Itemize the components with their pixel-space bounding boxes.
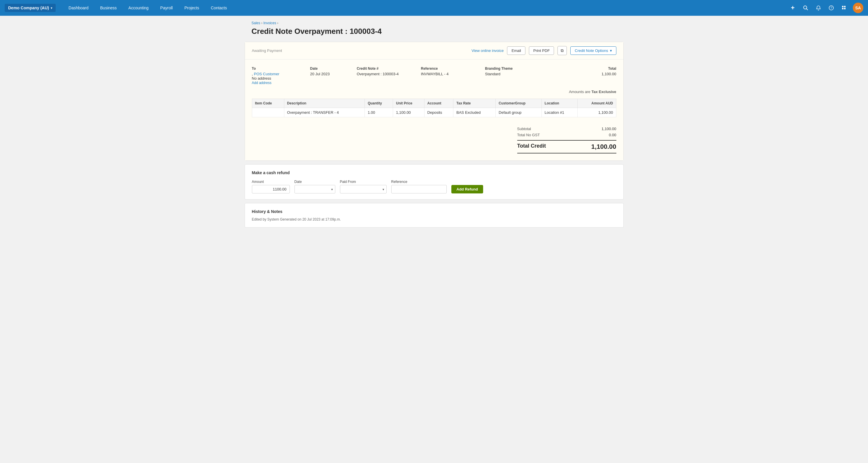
col-unit-price: Unit Price xyxy=(393,99,424,108)
status-bar: Awaiting Payment View online invoice Ema… xyxy=(245,42,623,59)
reference-label: Reference xyxy=(391,180,447,184)
subtotal-row: Subtotal 1,100.00 xyxy=(517,126,616,131)
nav-payroll[interactable]: Payroll xyxy=(155,0,179,16)
add-refund-button[interactable]: Add Refund xyxy=(451,185,484,194)
add-icon[interactable]: + xyxy=(789,4,797,12)
date-select[interactable] xyxy=(294,185,335,194)
to-label: To xyxy=(252,66,310,70)
date-group: Date ▾ xyxy=(294,180,335,194)
col-account: Account xyxy=(424,99,454,108)
company-name: Demo Company (AU) xyxy=(8,5,49,10)
no-gst-row: Total No GST 0.00 xyxy=(517,133,616,137)
customer-link[interactable]: POS Customer xyxy=(254,72,279,76)
breadcrumb-sales[interactable]: Sales xyxy=(252,21,260,25)
table-cell: Default group xyxy=(496,108,541,117)
paid-from-label: Paid From xyxy=(340,180,386,184)
search-icon[interactable] xyxy=(802,4,810,12)
table-header: Item Code Description Quantity Unit Pric… xyxy=(252,99,616,108)
email-button[interactable]: Email xyxy=(507,47,525,55)
branding-col: Branding Theme Standard xyxy=(485,66,601,85)
nav-business[interactable]: Business xyxy=(94,0,123,16)
refund-title: Make a cash refund xyxy=(252,170,616,175)
amount-input[interactable] xyxy=(252,185,290,194)
date-label: Date xyxy=(310,66,357,70)
print-pdf-button[interactable]: Print PDF xyxy=(529,47,554,55)
svg-rect-4 xyxy=(842,6,843,7)
total-label: Total xyxy=(601,66,616,70)
nav-right: + ? SA xyxy=(789,3,863,13)
col-tax-rate: Tax Rate xyxy=(454,99,496,108)
svg-line-1 xyxy=(806,9,808,10)
breadcrumb-sep1: › xyxy=(261,21,262,25)
branding-label: Branding Theme xyxy=(485,66,601,70)
svg-rect-6 xyxy=(842,8,843,9)
table-body: Overpayment : TRANSFER - 41.001,100.00De… xyxy=(252,108,616,117)
date-value: 20 Jul 2023 xyxy=(310,72,357,76)
nav-links: Dashboard Business Accounting Payroll Pr… xyxy=(63,0,789,16)
paid-from-group: Paid From ▾ xyxy=(340,180,386,194)
totals-section: Subtotal 1,100.00 Total No GST 0.00 Tota… xyxy=(245,122,623,161)
avatar[interactable]: SA xyxy=(853,3,863,13)
refund-form: Amount Date ▾ Paid From ▾ Reference xyxy=(252,180,616,194)
status-label: Awaiting Payment xyxy=(252,49,468,53)
total-credit-row: Total Credit 1,100.00 xyxy=(517,140,616,153)
credit-note-options-button[interactable]: Credit Note Options ▾ xyxy=(570,47,616,55)
table-cell: 1.00 xyxy=(365,108,393,117)
total-credit-label: Total Credit xyxy=(517,143,581,150)
total-credit-value: 1,100.00 xyxy=(581,143,616,150)
col-item-code: Item Code xyxy=(252,99,284,108)
add-address-link[interactable]: Add address xyxy=(252,81,272,85)
paid-from-select[interactable] xyxy=(340,185,386,194)
company-selector[interactable]: Demo Company (AU) ▾ xyxy=(5,4,56,12)
history-note: Edited by System Generated on 20 Jul 202… xyxy=(252,218,616,222)
amounts-note: Amounts are Tax Exclusive xyxy=(252,90,616,96)
credit-note-num-col: Credit Note # Overpayment : 100003-4 xyxy=(357,66,421,85)
invoice-details: To , POS Customer No address Add address… xyxy=(245,59,623,122)
view-online-invoice-button[interactable]: View online invoice xyxy=(471,49,503,53)
table-cell: BAS Excluded xyxy=(454,108,496,117)
history-title: History & Notes xyxy=(252,209,616,214)
bell-icon[interactable] xyxy=(814,4,823,12)
table-cell: Deposits xyxy=(424,108,454,117)
subtotal-value: 1,100.00 xyxy=(587,126,616,131)
history-card: History & Notes Edited by System Generat… xyxy=(245,203,624,228)
no-gst-label: Total No GST xyxy=(517,133,587,137)
amount-label: Amount xyxy=(252,180,290,184)
invoice-card: Awaiting Payment View online invoice Ema… xyxy=(245,42,624,161)
date-select-wrapper: ▾ xyxy=(294,185,335,194)
reference-col: Reference INVWAYBILL - 4 xyxy=(421,66,485,85)
table-cell: Overpayment : TRANSFER - 4 xyxy=(284,108,365,117)
nav-projects[interactable]: Projects xyxy=(179,0,205,16)
nav-accounting[interactable]: Accounting xyxy=(122,0,154,16)
page-header: Sales › Invoices › Credit Note Overpayme… xyxy=(245,16,624,38)
reference-group: Reference xyxy=(391,180,447,194)
col-description: Description xyxy=(284,99,365,108)
branding-value: Standard xyxy=(485,72,601,76)
credit-note-num-label: Credit Note # xyxy=(357,66,421,70)
paid-from-select-wrapper: ▾ xyxy=(340,185,386,194)
reference-input[interactable] xyxy=(391,185,447,194)
table-cell: 1,100.00 xyxy=(577,108,616,117)
reference-label: Reference xyxy=(421,66,485,70)
breadcrumb-invoices[interactable]: Invoices xyxy=(263,21,276,25)
nav-dashboard[interactable]: Dashboard xyxy=(63,0,94,16)
date-label: Date xyxy=(294,180,335,184)
svg-rect-7 xyxy=(844,8,845,9)
table-cell xyxy=(252,108,284,117)
help-icon[interactable]: ? xyxy=(827,4,835,12)
svg-text:?: ? xyxy=(830,6,832,10)
breadcrumb: Sales › Invoices › xyxy=(252,21,617,25)
total-col: Total 1,100.00 xyxy=(601,66,616,85)
breadcrumb-sep2: › xyxy=(277,21,278,25)
svg-rect-5 xyxy=(844,6,845,7)
grid-icon[interactable] xyxy=(840,4,848,12)
navbar: Demo Company (AU) ▾ Dashboard Business A… xyxy=(0,0,868,16)
dropdown-arrow-icon: ▾ xyxy=(610,49,612,53)
subtotal-label: Subtotal xyxy=(517,126,587,131)
amount-group: Amount xyxy=(252,180,290,194)
copy-button[interactable]: ⧉ xyxy=(557,46,567,55)
totals-rows: Subtotal 1,100.00 Total No GST 0.00 Tota… xyxy=(252,126,616,153)
nav-contacts[interactable]: Contacts xyxy=(205,0,233,16)
reference-value: INVWAYBILL - 4 xyxy=(421,72,485,76)
invoice-meta-row: To , POS Customer No address Add address… xyxy=(252,66,616,85)
